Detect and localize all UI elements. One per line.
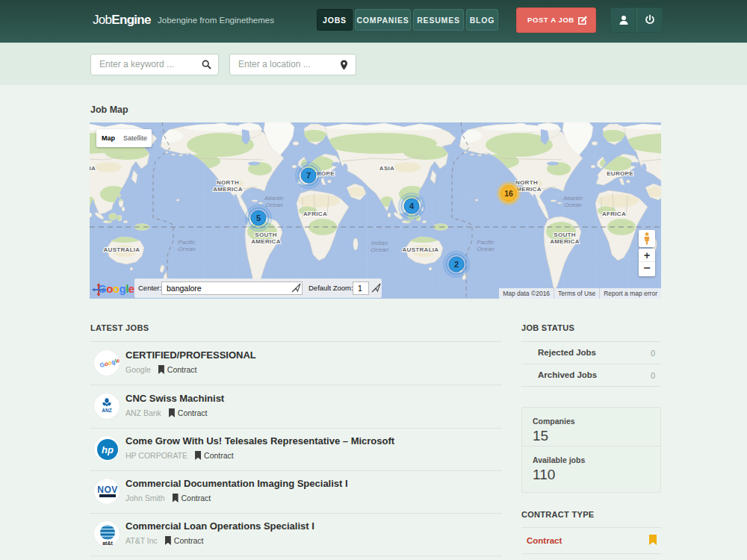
- svg-text:AUSTRALIA: AUSTRALIA: [104, 246, 140, 253]
- svg-text:EUROPE: EUROPE: [607, 170, 633, 177]
- svg-text:Indian: Indian: [371, 240, 388, 246]
- svg-text:Pacific: Pacific: [477, 239, 495, 246]
- svg-text:SOUTH: SOUTH: [255, 231, 277, 238]
- svg-text:AMERICA: AMERICA: [251, 238, 280, 245]
- svg-text:AFRICA: AFRICA: [303, 211, 327, 217]
- svg-text:Ocean: Ocean: [178, 246, 196, 252]
- svg-text:Ocean: Ocean: [477, 246, 495, 252]
- svg-text:at&t: at&t: [102, 541, 113, 546]
- svg-text:AMERICA: AMERICA: [550, 238, 579, 245]
- svg-text:Ocean: Ocean: [265, 202, 283, 208]
- svg-text:ASIA: ASIA: [90, 165, 96, 172]
- svg-text:NOV: NOV: [97, 485, 118, 495]
- svg-text:AMERICA: AMERICA: [213, 186, 242, 193]
- svg-text:Atlantic: Atlantic: [562, 195, 583, 202]
- svg-text:2: 2: [454, 260, 459, 269]
- svg-text:NORTH: NORTH: [515, 179, 538, 186]
- svg-text:ASIA: ASIA: [379, 165, 394, 172]
- svg-text:AFRICA: AFRICA: [602, 211, 626, 217]
- svg-text:SOUTH: SOUTH: [554, 231, 576, 238]
- svg-text:ANZ: ANZ: [102, 408, 111, 413]
- svg-text:16: 16: [504, 189, 513, 198]
- svg-text:NORTH: NORTH: [217, 179, 239, 186]
- svg-text:Atlantic: Atlantic: [264, 195, 284, 202]
- svg-text:7: 7: [306, 171, 311, 180]
- svg-text:Ocean: Ocean: [564, 202, 582, 208]
- svg-text:Ocean: Ocean: [371, 246, 388, 253]
- svg-text:5: 5: [256, 214, 261, 223]
- svg-text:AUSTRALIA: AUSTRALIA: [403, 246, 439, 253]
- svg-text:Google: Google: [99, 357, 120, 369]
- svg-text:hp: hp: [102, 444, 114, 455]
- svg-text:4: 4: [409, 202, 415, 211]
- svg-text:Pacific: Pacific: [178, 239, 196, 246]
